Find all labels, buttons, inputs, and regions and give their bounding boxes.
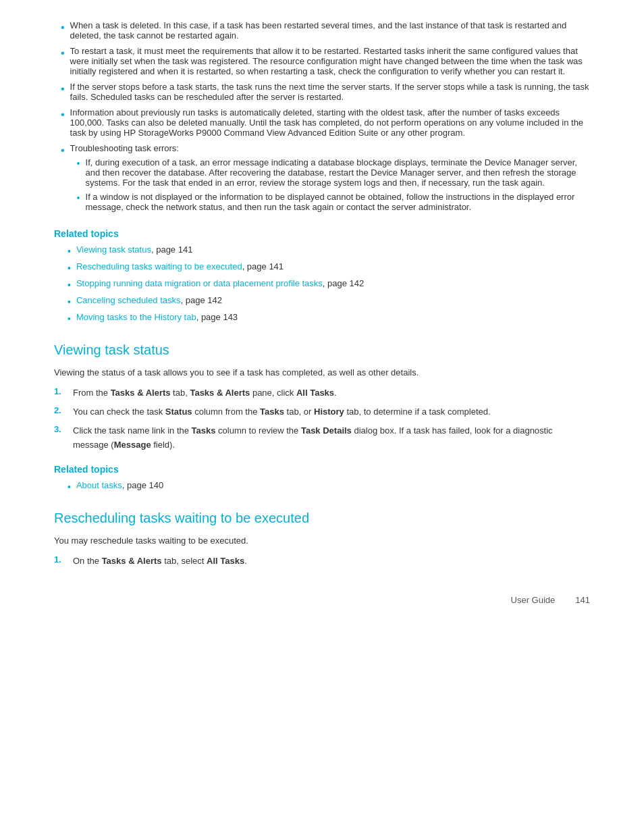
bullet-item-3: If the server stops before a task starts… [54, 82, 590, 102]
related-topic-link-2[interactable]: Rescheduling tasks waiting to be execute… [76, 261, 242, 271]
bullet-item-2: To restart a task, it must meet the requ… [54, 46, 590, 76]
related-topic-item-1: Viewing task status, page 141 [68, 244, 590, 259]
section-heading-viewing: Viewing task status [54, 342, 590, 358]
bullet-item-4: Information about previously run tasks i… [54, 107, 590, 138]
related-topic-item-5: Moving tasks to the History tab, page 14… [68, 312, 590, 326]
page-footer: User Guide 141 [54, 595, 590, 605]
rescheduling-steps-list: 1. On the Tasks & Alerts tab, select All… [54, 554, 590, 568]
related-topics-list-1: Viewing task status, page 141 Rescheduli… [68, 244, 590, 326]
related-topics-section-2: Related topics About tasks, page 140 [54, 464, 590, 494]
footer-page-number: 141 [575, 595, 590, 605]
top-bullet-list: When a task is deleted. In this case, if… [54, 20, 590, 216]
related-topics-heading-1: Related topics [54, 228, 590, 239]
related-topic-link-about-tasks[interactable]: About tasks [76, 480, 122, 490]
footer-label: User Guide [511, 595, 556, 605]
viewing-step-3: 3. Click the task name link in the Tasks… [54, 424, 590, 451]
related-topic-link-3[interactable]: Stopping running data migration or data … [76, 278, 323, 288]
related-topic-link-4[interactable]: Canceling scheduled tasks [76, 295, 181, 305]
section-heading-rescheduling: Rescheduling tasks waiting to be execute… [54, 511, 590, 526]
section-viewing-intro: Viewing the status of a task allows you … [54, 366, 590, 380]
section-rescheduling: Rescheduling tasks waiting to be execute… [54, 511, 590, 568]
related-topic-item-4: Canceling scheduled tasks, page 142 [68, 295, 590, 309]
viewing-steps-list: 1. From the Tasks & Alerts tab, Tasks & … [54, 386, 590, 452]
related-topics-section-1: Related topics Viewing task status, page… [54, 228, 590, 326]
related-topic-item-2: Rescheduling tasks waiting to be execute… [68, 261, 590, 276]
bullet-item-1: When a task is deleted. In this case, if… [54, 20, 590, 41]
related-topic-link-5[interactable]: Moving tasks to the History tab [76, 312, 196, 322]
related-topic-link-1[interactable]: Viewing task status [76, 244, 151, 255]
related-topic-item-about-tasks: About tasks, page 140 [68, 480, 590, 494]
viewing-step-1: 1. From the Tasks & Alerts tab, Tasks & … [54, 386, 590, 400]
related-topics-list-2: About tasks, page 140 [68, 480, 590, 494]
related-topic-item-3: Stopping running data migration or data … [68, 278, 590, 292]
bullet-item-5: Troubleshooting task errors: If, during … [54, 143, 590, 216]
rescheduling-step-1: 1. On the Tasks & Alerts tab, select All… [54, 554, 590, 568]
related-topics-heading-2: Related topics [54, 464, 590, 475]
section-rescheduling-intro: You may reschedule tasks waiting to be e… [54, 534, 590, 548]
viewing-step-2: 2. You can check the task Status column … [54, 405, 590, 419]
sub-bullet-item-2: If a window is not displayed or the info… [70, 192, 590, 212]
sub-bullet-item-1: If, during execution of a task, an error… [70, 157, 590, 188]
section-viewing-task-status: Viewing task status Viewing the status o… [54, 342, 590, 452]
